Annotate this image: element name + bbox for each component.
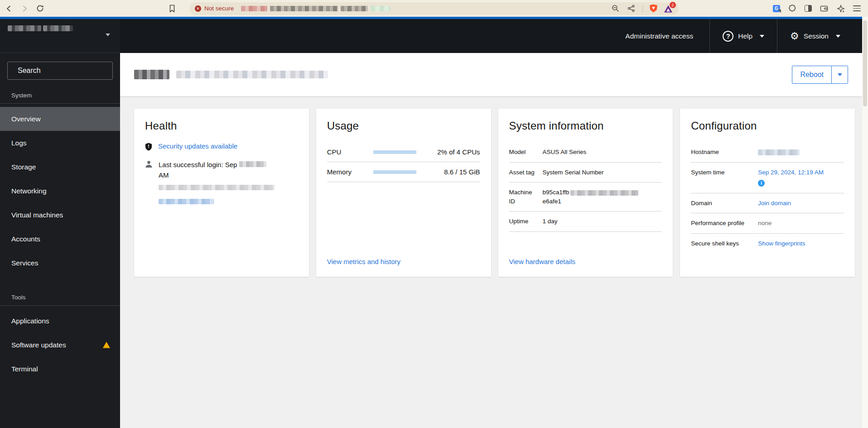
nav-section-tools: Tools Applications Software updates Term… bbox=[0, 294, 120, 381]
uptime-value: 1 day bbox=[543, 217, 662, 226]
wallet-icon[interactable] bbox=[820, 4, 829, 13]
sidebar-item-software-updates[interactable]: Software updates bbox=[0, 333, 120, 357]
urlbar-divider bbox=[642, 5, 643, 12]
system-information-card: System information Model ASUS All Series… bbox=[498, 109, 673, 277]
sidebar-item-applications[interactable]: Applications bbox=[0, 309, 120, 333]
view-metrics-link[interactable]: View metrics and history bbox=[327, 258, 400, 265]
sidebar-item-services[interactable]: Services bbox=[0, 251, 120, 275]
sidebar-item-overview[interactable]: Overview bbox=[0, 107, 120, 131]
card-title: System information bbox=[509, 120, 662, 132]
cpu-progress-bar bbox=[373, 150, 416, 154]
memory-usage-row: Memory 8.6 / 15 GiB bbox=[327, 162, 480, 182]
leo-ai-icon[interactable] bbox=[836, 4, 845, 13]
sidebar: System Overview Logs Storage Networking … bbox=[0, 53, 120, 428]
masthead: Administrative access ? Help ⚙ Session bbox=[0, 19, 862, 53]
rewards-badge: 2 bbox=[670, 2, 676, 8]
view-hardware-details-link[interactable]: View hardware details bbox=[509, 258, 575, 265]
hostname-redacted bbox=[134, 70, 169, 79]
sidebar-search[interactable] bbox=[7, 62, 113, 80]
extensions-icon[interactable] bbox=[788, 4, 797, 13]
machine-id-redacted bbox=[570, 190, 638, 196]
info-icon[interactable]: i bbox=[758, 180, 765, 187]
zoom-out-icon[interactable] bbox=[611, 4, 620, 13]
nav-section-system: System Overview Logs Storage Networking … bbox=[0, 92, 120, 275]
help-menu[interactable]: ? Help bbox=[710, 19, 777, 53]
forward-icon[interactable] bbox=[20, 4, 29, 13]
brave-rewards-icon[interactable]: 2 bbox=[664, 5, 673, 13]
asset-tag-value: System Serial Number bbox=[543, 168, 662, 177]
sidebar-item-accounts[interactable]: Accounts bbox=[0, 227, 120, 251]
nav-section-title: System bbox=[0, 92, 120, 103]
uptime-row: Uptime 1 day bbox=[509, 212, 662, 232]
svg-text:!: ! bbox=[148, 144, 149, 149]
screen: ✕ Not secure 2 bbox=[0, 0, 868, 428]
cpu-label: CPU bbox=[327, 148, 373, 156]
host-switcher[interactable] bbox=[0, 19, 120, 53]
cpu-value: 2% of 4 CPUs bbox=[416, 148, 480, 156]
not-secure-icon: ✕ bbox=[195, 5, 201, 12]
help-label: Help bbox=[738, 32, 752, 40]
login-date-redacted bbox=[239, 161, 266, 167]
system-time-link[interactable]: Sep 29, 2024, 12:19 AM bbox=[758, 169, 824, 176]
scrollbar-thumb[interactable] bbox=[863, 20, 867, 106]
menu-icon[interactable] bbox=[853, 5, 861, 11]
show-fingerprints-link[interactable]: Show fingerprints bbox=[758, 239, 844, 248]
model-value: ASUS All Series bbox=[543, 148, 662, 157]
scrollbar[interactable] bbox=[862, 17, 868, 428]
domain-row: Domain Join domain bbox=[691, 193, 844, 214]
memory-progress-bar bbox=[373, 170, 416, 174]
browser-chrome: ✕ Not secure 2 bbox=[0, 0, 868, 17]
security-updates-link[interactable]: Security updates available bbox=[158, 142, 237, 150]
sidebar-item-terminal[interactable]: Terminal bbox=[0, 357, 120, 381]
last-login-text: Last successful login: Sep AM bbox=[159, 160, 275, 207]
system-time-row: System time Sep 29, 2024, 12:19 AM i bbox=[691, 163, 844, 193]
bookmark-icon[interactable] bbox=[168, 4, 177, 13]
card-title: Usage bbox=[327, 120, 480, 132]
host-description-redacted bbox=[176, 71, 328, 78]
overview-cards: Health ! Security updates available Last… bbox=[120, 96, 862, 277]
login-host-redacted bbox=[159, 185, 275, 190]
chevron-down-icon bbox=[106, 34, 110, 36]
reload-icon[interactable] bbox=[35, 4, 44, 13]
card-title: Configuration bbox=[691, 120, 844, 132]
back-icon[interactable] bbox=[5, 4, 14, 13]
configuration-card: Configuration Hostname System time Sep 2… bbox=[680, 109, 855, 277]
sidebar-item-storage[interactable]: Storage bbox=[0, 155, 120, 179]
chevron-down-icon bbox=[760, 35, 764, 38]
brave-shield-icon[interactable] bbox=[650, 5, 657, 13]
not-secure-chip[interactable]: ✕ Not secure bbox=[195, 5, 234, 12]
translate-icon[interactable]: G bbox=[773, 5, 780, 12]
hostname-row: Hostname bbox=[691, 142, 844, 163]
warning-icon bbox=[103, 342, 110, 348]
administrative-access-label[interactable]: Administrative access bbox=[625, 32, 709, 40]
join-domain-link[interactable]: Join domain bbox=[758, 199, 844, 208]
card-title: Health bbox=[145, 120, 298, 132]
machine-id-value: b95ca1ffb e6afe1 bbox=[543, 188, 662, 206]
secure-shell-keys-row: Secure shell keys Show fingerprints bbox=[691, 234, 844, 254]
model-row: Model ASUS All Series bbox=[509, 142, 662, 163]
not-secure-label: Not secure bbox=[204, 5, 234, 12]
reboot-button[interactable]: Reboot bbox=[792, 66, 832, 84]
brand-logo-redacted bbox=[8, 25, 41, 31]
chevron-down-icon bbox=[836, 35, 840, 38]
session-menu[interactable]: ⚙ Session bbox=[777, 19, 862, 53]
hostname-value-redacted bbox=[758, 149, 800, 155]
search-input[interactable] bbox=[18, 67, 111, 75]
performance-profile-value: none bbox=[758, 219, 844, 228]
sidebar-item-networking[interactable]: Networking bbox=[0, 179, 120, 203]
sidebar-toggle-icon[interactable] bbox=[805, 5, 812, 12]
page-header: Reboot bbox=[120, 53, 862, 96]
url-bar[interactable]: ✕ Not secure 2 bbox=[189, 2, 679, 15]
sidebar-item-virtual-machines[interactable]: Virtual machines bbox=[0, 203, 120, 227]
memory-value: 8.6 / 15 GiB bbox=[416, 168, 480, 176]
login-history-link-redacted bbox=[159, 199, 214, 204]
sidebar-item-logs[interactable]: Logs bbox=[0, 131, 120, 155]
share-icon[interactable] bbox=[627, 4, 636, 13]
main-content: Reboot Health ! Security updates availab… bbox=[120, 53, 862, 428]
security-shield-icon: ! bbox=[145, 143, 152, 151]
help-icon: ? bbox=[723, 31, 733, 42]
reboot-menu-toggle[interactable] bbox=[832, 66, 848, 84]
cpu-usage-row: CPU 2% of 4 CPUs bbox=[327, 142, 480, 162]
usage-card: Usage CPU 2% of 4 CPUs Memory 8.6 / 15 G… bbox=[316, 109, 491, 277]
reboot-split-button: Reboot bbox=[792, 66, 848, 84]
